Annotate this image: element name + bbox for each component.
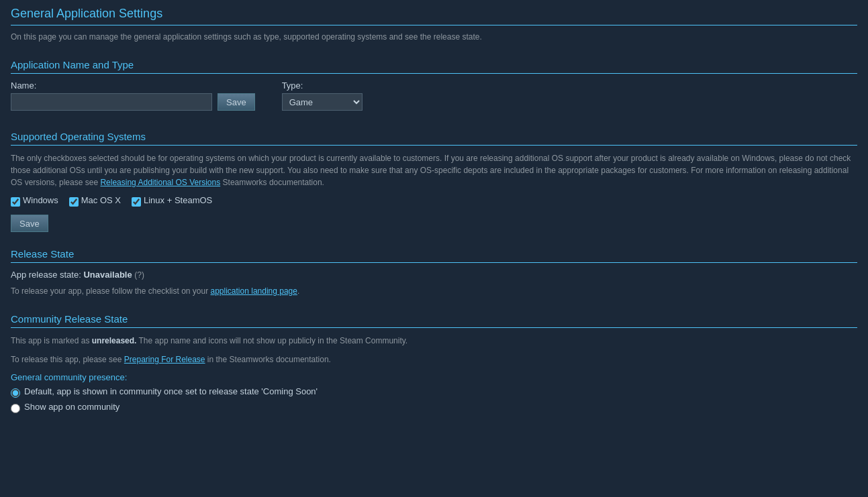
community-release-description: This app is marked as unreleased. The ap… xyxy=(11,335,857,347)
windows-checkbox[interactable] xyxy=(11,197,20,207)
community-show-radio[interactable] xyxy=(11,404,20,413)
community-show-label: Show app on community xyxy=(24,402,119,412)
release-state-heading: Release State xyxy=(11,248,857,263)
name-label: Name: xyxy=(11,80,255,91)
community-release-state-heading: Community Release State xyxy=(11,313,857,328)
macos-checkbox[interactable] xyxy=(69,197,79,207)
application-landing-page-link[interactable]: application landing page xyxy=(211,286,297,296)
community-presence-label: General community presence: xyxy=(11,372,857,382)
windows-label: Windows xyxy=(23,195,58,205)
app-name-input[interactable] xyxy=(11,93,212,111)
release-info-text: To release your app, please follow the c… xyxy=(11,285,857,297)
supported-os-heading: Supported Operating Systems xyxy=(11,131,857,146)
macos-label: Mac OS X xyxy=(81,195,121,205)
app-name-save-button[interactable]: Save xyxy=(218,93,255,111)
linux-label: Linux + SteamOS xyxy=(144,195,212,205)
community-default-label: Default, app is shown in community once … xyxy=(24,386,318,396)
supported-os-description: The only checkboxes selected should be f… xyxy=(11,152,857,188)
community-default-radio[interactable] xyxy=(11,388,20,398)
preparing-for-release-link[interactable]: Preparing For Release xyxy=(124,355,205,364)
app-type-select[interactable]: Game Software Video Demo xyxy=(282,93,363,111)
linux-checkbox[interactable] xyxy=(132,197,141,207)
page-description: On this page you can manage the general … xyxy=(11,31,857,43)
app-name-type-heading: Application Name and Type xyxy=(11,59,857,74)
page-title: General Application Settings xyxy=(11,7,857,25)
releasing-additional-os-link[interactable]: Releasing Additional OS Versions xyxy=(100,178,220,187)
app-release-state-text: App release state: Unavailable (?) xyxy=(11,270,857,280)
type-label: Type: xyxy=(282,80,363,91)
community-release-description-2: To release this app, please see Preparin… xyxy=(11,353,857,366)
os-save-button[interactable]: Save xyxy=(11,215,48,232)
